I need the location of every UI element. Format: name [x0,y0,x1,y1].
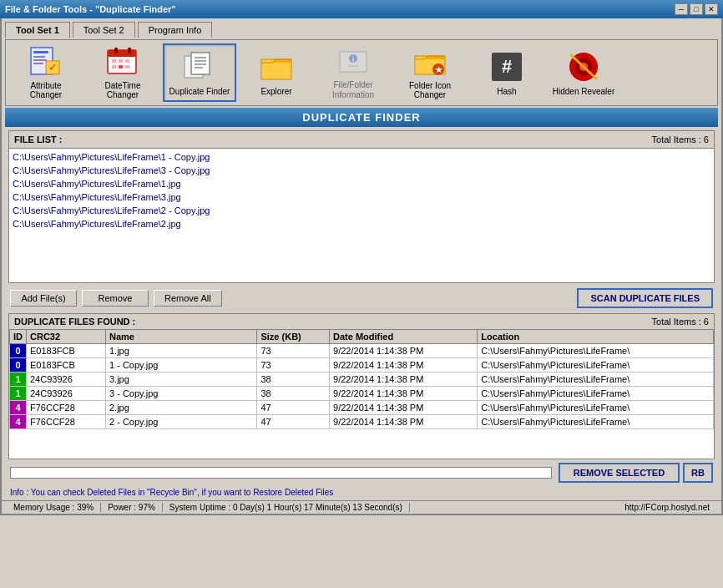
svg-rect-15 [119,65,123,68]
svg-text:✓: ✓ [48,62,57,74]
file-list-header: FILE LIST : Total Items : 6 [9,131,714,149]
add-files-button[interactable]: Add File(s) [10,290,77,307]
row-location: C:\Users\Fahmy\Pictures\LifeFrame\ [478,358,714,373]
row-date: 9/22/2014 1:14:38 PM [330,358,478,373]
dup-table-container[interactable]: ID CRC32 Name Size (KB) Date Modified Lo… [9,329,714,459]
svg-rect-14 [112,65,116,68]
row-name: 1.jpg [105,344,256,358]
toolbar: ✓ Attribute Changer [5,39,718,106]
svg-text:#: # [502,56,512,77]
row-size: 47 [257,415,330,429]
row-id: 4 [10,401,27,415]
row-location: C:\Users\Fahmy\Pictures\LifeFrame\ [478,401,714,415]
tool-folder-icon-changer[interactable]: ★ Folder Icon Changer [393,43,467,102]
power-status: Power : 97% [101,503,163,512]
svg-rect-13 [125,59,129,63]
row-size: 47 [257,401,330,415]
row-date: 9/22/2014 1:14:38 PM [330,387,478,401]
tool-label: Hash [497,87,516,96]
title-bar-text: File & Folder Tools - "Duplicate Finder" [5,4,176,14]
col-location: Location [478,330,714,344]
btn-group-left: Add File(s) Remove Remove All [10,290,222,307]
progress-bar [10,467,552,479]
file-list-total: Total Items : 6 [652,134,709,144]
dup-label: DUPLICATE FILES FOUND : [14,317,135,327]
tab-bar: Tool Set 1 Tool Set 2 Program Info [2,18,721,38]
row-date: 9/22/2014 1:14:38 PM [330,373,478,387]
minimize-button[interactable]: ─ [675,3,688,15]
explorer-icon [260,50,293,84]
table-row[interactable]: 4 F76CCF28 2.jpg 47 9/22/2014 1:14:38 PM… [10,401,714,415]
maximize-button[interactable]: □ [690,3,703,15]
row-id: 1 [10,387,27,401]
tool-label: File/Folder Information [321,80,385,100]
info-bar: Info : You can check Deleted Files in "R… [5,486,718,499]
title-bar: File & Folder Tools - "Duplicate Finder"… [0,0,723,18]
row-date: 9/22/2014 1:14:38 PM [330,415,478,429]
remove-all-button[interactable]: Remove All [154,290,222,307]
row-id: 1 [10,373,27,387]
file-list-item: C:\Users\Fahmy\Pictures\LifeFrame\2.jpg [13,217,710,231]
svg-rect-16 [125,65,129,68]
row-crc32: E0183FCB [27,358,106,373]
row-name: 3.jpg [105,373,256,387]
row-location: C:\Users\Fahmy\Pictures\LifeFrame\ [478,373,714,387]
section-header: DUPLICATE FINDER [5,108,718,127]
row-location: C:\Users\Fahmy\Pictures\LifeFrame\ [478,387,714,401]
row-name: 3 - Copy.jpg [105,387,256,401]
table-row[interactable]: 1 24C93926 3 - Copy.jpg 38 9/22/2014 1:1… [10,387,714,401]
file-list-item: C:\Users\Fahmy\Pictures\LifeFrame\3.jpg [13,190,710,204]
svg-rect-11 [112,59,116,63]
tool-datetime-changer[interactable]: DateTime Changer [86,43,159,102]
row-date: 9/22/2014 1:14:38 PM [330,344,478,358]
row-crc32: E0183FCB [27,344,106,358]
tool-explorer[interactable]: Explorer [240,43,313,102]
file-list-label: FILE LIST : [14,134,62,144]
content-area: DUPLICATE FINDER FILE LIST : Total Items… [5,108,718,499]
row-crc32: F76CCF28 [27,415,106,429]
svg-text:i: i [352,55,355,63]
row-size: 38 [257,373,330,387]
tab-toolset2[interactable]: Tool Set 2 [73,22,135,38]
col-name: Name [105,330,256,344]
svg-rect-1 [33,51,48,53]
col-size: Size (KB) [257,330,330,344]
rb-button[interactable]: RB [683,463,713,483]
status-bar: Memory Usage : 39% Power : 97% System Up… [2,500,721,514]
dup-total: Total Items : 6 [652,317,709,327]
tool-attribute-changer[interactable]: ✓ Attribute Changer [9,43,83,102]
row-id: 0 [10,344,27,358]
table-row[interactable]: 1 24C93926 3.jpg 38 9/22/2014 1:14:38 PM… [10,373,714,387]
file-list-section: FILE LIST : Total Items : 6 C:\Users\Fah… [8,130,715,283]
svg-rect-2 [33,56,45,58]
row-crc32: 24C93926 [27,387,106,401]
duplicate-finder-icon [183,50,216,84]
row-size: 73 [257,358,330,373]
file-list-content[interactable]: C:\Users\Fahmy\Pictures\LifeFrame\1 - Co… [9,149,714,282]
button-row: Add File(s) Remove Remove All SCAN DUPLI… [5,283,718,313]
close-button[interactable]: ✕ [705,3,718,15]
memory-usage: Memory Usage : 39% [7,503,101,512]
uptime: System Uptime : 0 Day(s) 1 Hour(s) 17 Mi… [163,503,410,512]
tool-label: Hidden Revealer [553,87,615,96]
file-list-item: C:\Users\Fahmy\Pictures\LifeFrame\1 - Co… [13,150,710,164]
tool-hidden-revealer[interactable]: Hidden Revealer [547,43,620,102]
row-crc32: F76CCF28 [27,401,106,415]
table-row[interactable]: 4 F76CCF28 2 - Copy.jpg 47 9/22/2014 1:1… [10,415,714,429]
file-list-item: C:\Users\Fahmy\Pictures\LifeFrame\1.jpg [13,177,710,190]
table-row[interactable]: 0 E0183FCB 1.jpg 73 9/22/2014 1:14:38 PM… [10,344,714,358]
scan-duplicate-button[interactable]: SCAN DUPLICATE FILES [577,288,713,308]
tab-programinfo[interactable]: Program Info [138,22,213,38]
remove-button[interactable]: Remove [82,290,149,307]
tool-filefolder-info[interactable]: i File/Folder Information [316,43,390,102]
svg-rect-18 [191,53,210,74]
remove-selected-button[interactable]: REMOVE SELECTED [559,463,680,483]
url: http://FCorp.hostyd.net [618,503,716,512]
row-name: 1 - Copy.jpg [105,358,256,373]
tool-label: Attribute Changer [14,81,78,99]
table-row[interactable]: 0 E0183FCB 1 - Copy.jpg 73 9/22/2014 1:1… [10,358,714,373]
row-name: 2 - Copy.jpg [105,415,256,429]
tool-hash[interactable]: # Hash [470,43,544,102]
tool-duplicate-finder[interactable]: Duplicate Finder [163,43,236,102]
tab-toolset1[interactable]: Tool Set 1 [5,22,70,38]
